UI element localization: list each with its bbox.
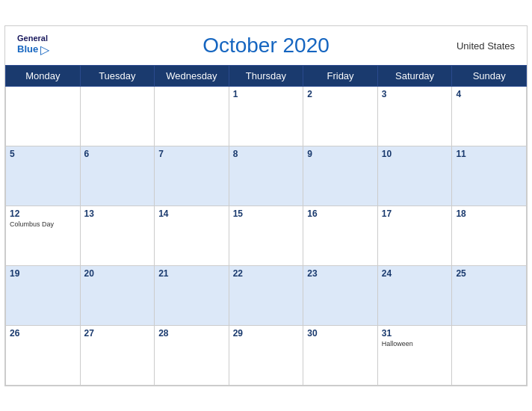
day-number: 25 [456,268,522,279]
calendar-cell: 17 [377,206,452,265]
weekday-header-wednesday: Wednesday [155,65,229,86]
day-number: 2 [307,89,374,99]
calendar-cell: 6 [80,146,155,206]
weekday-header-tuesday: Tuesday [80,65,155,86]
calendar-cell [6,86,81,146]
logo: General Blue ▷ [17,34,49,57]
day-number: 13 [84,208,151,219]
calendar-title: October 2020 [202,34,330,58]
day-number: 9 [307,149,374,159]
weekday-header-monday: Monday [6,65,81,86]
calendar-table: MondayTuesdayWednesdayThursdayFridaySatu… [5,65,527,386]
calendar-cell: 31Halloween [377,325,452,385]
calendar: General Blue ▷ October 2020 United State… [4,25,528,386]
week-row-2: 567891011 [6,146,527,206]
calendar-cell: 11 [452,146,527,206]
calendar-cell: 14 [155,206,229,265]
week-row-4: 19202122232425 [6,265,527,325]
calendar-header: General Blue ▷ October 2020 United State… [5,26,527,65]
day-number: 29 [233,328,300,339]
calendar-cell: 19 [6,265,81,325]
day-number: 30 [307,328,374,339]
calendar-cell: 1 [229,86,303,146]
day-number: 4 [456,89,522,99]
calendar-cell: 7 [155,146,229,206]
event-label: Halloween [382,340,448,347]
calendar-cell: 10 [377,146,452,206]
day-number: 5 [10,149,76,159]
logo-bird-icon: ▷ [40,43,49,57]
calendar-cell: 12Columbus Day [6,206,81,265]
calendar-cell: 2 [303,86,378,146]
calendar-cell: 25 [452,265,527,325]
calendar-cell: 30 [303,325,378,385]
day-number: 19 [10,268,76,279]
day-number: 14 [158,208,225,219]
weekday-header-saturday: Saturday [377,65,452,86]
logo-general: General [17,34,49,43]
calendar-cell: 3 [377,86,452,146]
weekday-header-thursday: Thursday [229,65,303,86]
calendar-cell: 21 [155,265,229,325]
country-label: United States [457,40,515,51]
day-number: 15 [233,208,300,219]
day-number: 24 [382,268,448,279]
calendar-cell: 22 [229,265,303,325]
calendar-cell: 16 [303,206,378,265]
day-number: 17 [382,208,448,219]
week-row-1: 1234 [6,86,527,146]
day-number: 31 [382,328,448,339]
logo-blue: Blue [17,44,38,55]
weekday-header-row: MondayTuesdayWednesdayThursdayFridaySatu… [6,65,527,86]
calendar-cell: 23 [303,265,378,325]
day-number: 27 [84,328,151,339]
calendar-cell: 24 [377,265,452,325]
event-label: Columbus Day [10,220,76,228]
day-number: 6 [84,149,151,159]
weekday-header-sunday: Sunday [452,65,527,86]
day-number: 22 [233,268,300,279]
week-row-5: 262728293031Halloween [6,325,527,385]
day-number: 28 [158,328,225,339]
calendar-cell: 5 [6,146,81,206]
calendar-cell: 27 [80,325,155,385]
day-number: 12 [10,208,76,219]
calendar-cell: 15 [229,206,303,265]
calendar-cell [452,325,527,385]
day-number: 7 [158,149,225,159]
day-number: 21 [158,268,225,279]
day-number: 11 [456,149,522,159]
day-number: 23 [307,268,374,279]
calendar-cell: 28 [155,325,229,385]
day-number: 26 [10,328,76,339]
calendar-cell: 4 [452,86,527,146]
day-number: 8 [233,149,300,159]
calendar-cell: 20 [80,265,155,325]
day-number: 20 [84,268,151,279]
calendar-cell [80,86,155,146]
calendar-cell: 18 [452,206,527,265]
calendar-cell [155,86,229,146]
calendar-cell: 9 [303,146,378,206]
day-number: 1 [233,89,300,99]
calendar-cell: 26 [6,325,81,385]
weekday-header-friday: Friday [303,65,378,86]
calendar-cell: 29 [229,325,303,385]
day-number: 10 [382,149,448,159]
calendar-cell: 8 [229,146,303,206]
day-number: 16 [307,208,374,219]
calendar-cell: 13 [80,206,155,265]
day-number: 3 [382,89,448,99]
day-number: 18 [456,208,522,219]
week-row-3: 12Columbus Day131415161718 [6,206,527,265]
